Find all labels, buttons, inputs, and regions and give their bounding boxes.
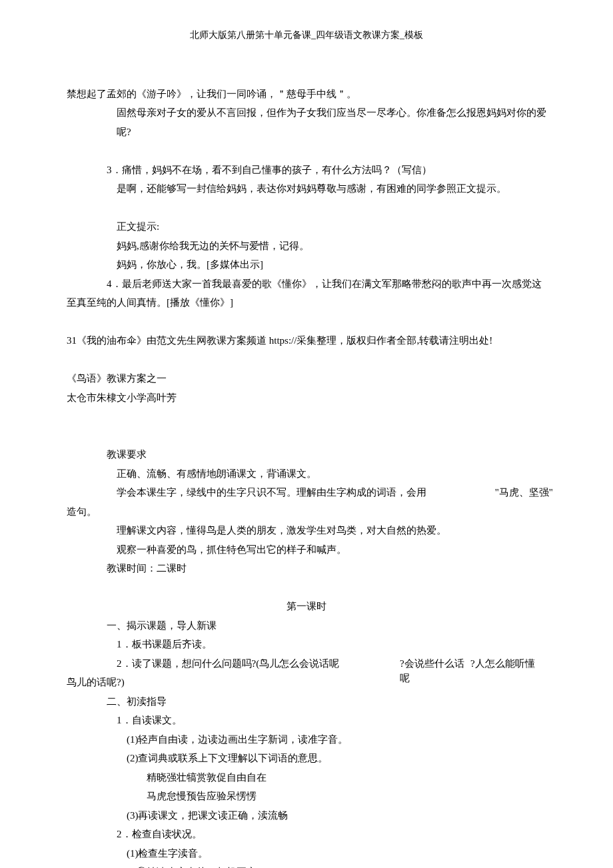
heading: 《鸟语》教课方案之一 <box>67 369 546 388</box>
list-item: 1．板书课题后齐读。 <box>67 635 546 654</box>
spacer <box>67 426 546 446</box>
list-item: (3)再读课文，把课文读正确，渎流畅 <box>67 806 546 825</box>
paragraph: 正确、流畅、有感情地朗诵课文，背诵课文。 <box>67 464 546 484</box>
spacer <box>67 141 546 161</box>
section-heading: 教课时间：二课时 <box>67 559 546 578</box>
list-item: (1)检查生字渎音。 <box>67 844 546 863</box>
section-heading: 教课要求 <box>67 445 546 464</box>
paragraph-block: 学会本课生字，绿线中的生字只识不写。理解由生字构成的词语，会用 "马虎、坚强" … <box>67 483 546 521</box>
spacer <box>67 578 546 598</box>
paragraph: 观察一种喜爱的鸟，抓住特色写出它的样子和喊声。 <box>67 540 546 560</box>
lesson-heading: 第一课时 <box>67 597 546 616</box>
list-item: ①抽读生字卡片，相机正音。 <box>67 863 546 868</box>
list-item: (2)查词典或联系上下文理解以下词语的意思。 <box>67 749 546 768</box>
author-line: 太仓市朱棣文小学高叶芳 <box>67 388 546 408</box>
text: 4．最后老师送大家一首我最喜爱的歌《懂你》，让我们在满文军那略带愁闷的歌声中再一… <box>67 278 542 308</box>
text: 学会本课生字，绿线中的生字只识不写。理解由生字构成的词语，会用 "马虎、坚强" <box>67 483 546 502</box>
list-item: 4．最后老师送大家一首我最喜爱的歌《懂你》，让我们在满文军那略带愁闷的歌声中再一… <box>67 274 546 312</box>
list-item: 3．痛惜，妈妈不在场，看不到自己懂事的孩子，有什么方法吗？（写信） <box>67 161 546 180</box>
paragraph: 是啊，还能够写一封信给妈妈，表达你对妈妈尊敬与感谢，有困难的同学参照正文提示。 <box>67 179 546 199</box>
section-heading: 二、初渎指导 <box>67 692 546 711</box>
paragraph: 妈妈,感谢你给我无边的关怀与爱惜，记得。 <box>67 236 546 256</box>
vocab-line: 马虎怠慢预告应验呆愣愣 <box>67 787 546 806</box>
text: 是啊，还能够写一封信给妈妈，表达你对妈妈尊敬与感谢，有困难的同学参照正文提示。 <box>67 183 506 194</box>
vocab-line: 精晓强壮犒赏敦促自由自在 <box>67 768 546 787</box>
text-left: 学会本课生字，绿线中的生字只识不写。理解由生字构成的词语，会用 <box>117 487 426 498</box>
text-right: "马虎、坚强" <box>445 483 553 502</box>
paragraph: 禁想起了孟郊的《游子吟》，让我们一同吟诵，＂慈母手中线＂。 <box>67 85 546 104</box>
paragraph: 正文提示: <box>67 217 546 236</box>
page-header: 北师大版第八册第十单元备课_四年级语文教课方案_模板 <box>67 27 546 45</box>
paragraph: 固然母亲对子女的爱从不言回报，但作为子女我们应当尽一尽孝心。你准备怎么报恩妈妈对… <box>67 103 546 141</box>
paragraph: 31《我的油布伞》由范文先生网教课方案频道 https://采集整理，版权归作者… <box>67 331 546 350</box>
spacer <box>67 199 546 218</box>
spacer <box>67 407 546 426</box>
paragraph: 妈妈，你放心，我。[多媒体出示] <box>67 255 546 274</box>
section-heading: 一、揭示课题，导人新课 <box>67 616 546 636</box>
text: 2．读了课题，想问什么问题吗?(鸟儿怎么会说话呢 <box>67 654 339 673</box>
question-block: 2．读了课题，想问什么问题吗?(鸟儿怎么会说话呢 ?会说些什么话 ?人怎么能听懂… <box>67 654 546 692</box>
list-item: 2．检查自读状况。 <box>67 825 546 844</box>
text-fragment: 呢 <box>400 669 410 688</box>
text: 鸟儿的话呢?) <box>67 673 125 692</box>
spacer <box>67 350 546 370</box>
paragraph: 理解课文内容，懂得鸟是人类的朋友，激发学生对鸟类，对大自然的热爱。 <box>67 521 546 540</box>
header-title: 北师大版第八册第十单元备课_四年级语文教课方案_模板 <box>190 30 423 40</box>
text: 造句。 <box>67 502 546 522</box>
text: 固然母亲对子女的爱从不言回报，但作为子女我们应当尽一尽孝心。你准备怎么报恩妈妈对… <box>67 103 546 141</box>
text-fragment: ?人怎么能听懂 <box>470 654 535 673</box>
spacer <box>67 312 546 332</box>
list-item: (1)轻声自由读，边读边画出生字新词，读准字音。 <box>67 730 546 749</box>
document-body: 禁想起了孟郊的《游子吟》，让我们一同吟诵，＂慈母手中线＂。 固然母亲对子女的爱从… <box>67 85 546 868</box>
list-item: 1．自读课文。 <box>67 711 546 730</box>
